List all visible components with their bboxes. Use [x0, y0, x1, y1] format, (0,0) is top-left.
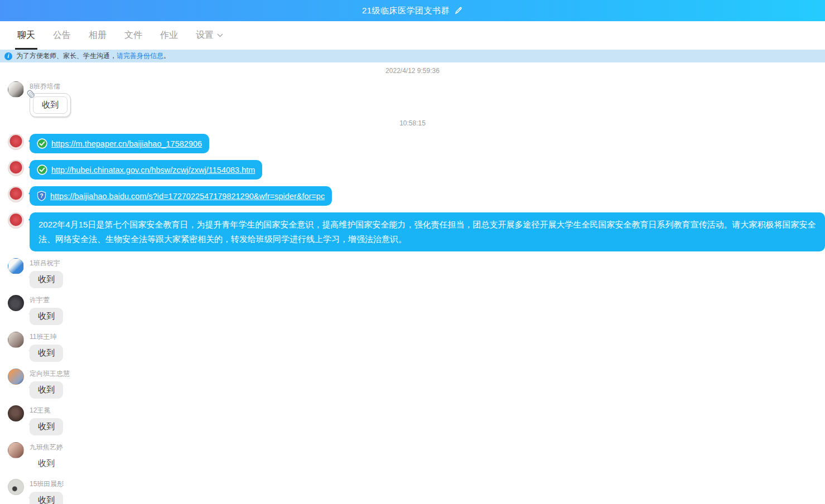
avatar[interactable] [8, 479, 24, 495]
message-bubble-link: ?https://baijiahao.baidu.com/s?id=172702… [30, 186, 332, 206]
svg-text:?: ? [40, 193, 43, 199]
complete-identity-link[interactable]: 请完善身份信息 [117, 52, 163, 60]
message-link[interactable]: http://hubei.chinatax.gov.cn/hbsw/zcwj/z… [51, 166, 255, 175]
timestamp: 10:58:15 [0, 119, 825, 127]
message-row: 11班王珅收到 [0, 332, 825, 362]
avatar[interactable] [8, 160, 24, 176]
avatar[interactable] [8, 442, 24, 458]
question-shield-icon: ? [37, 191, 46, 201]
message-row: https://m.thepaper.cn/baijiahao_17582906 [0, 134, 825, 153]
avatar[interactable] [8, 405, 24, 421]
tab-label: 作业 [160, 30, 178, 41]
message-text-plain: 收到 [30, 455, 63, 472]
chevron-down-icon [217, 33, 223, 37]
message-bubble: 收到 [30, 418, 63, 435]
identity-banner: i 为了方便老师、家长、学生沟通，请完善身份信息。 [0, 50, 825, 62]
sender-name: 12王冕 [30, 406, 825, 415]
message-list: 2022/4/12 9:59:368班乔培儒收到10:58:15https://… [0, 62, 825, 504]
tab-label: 相册 [89, 30, 107, 41]
message-row: http://hubei.chinatax.gov.cn/hbsw/zcwj/z… [0, 160, 825, 180]
message-bubble: 收到 [30, 308, 63, 325]
tab-相册[interactable]: 相册 [80, 21, 115, 50]
tab-label: 聊天 [17, 30, 35, 41]
paperclip-icon [26, 88, 37, 101]
message-bubble: 收到 [30, 381, 63, 399]
message-text: 收到 [33, 96, 67, 114]
safe-check-icon [37, 138, 47, 149]
message-link[interactable]: https://m.thepaper.cn/baijiahao_17582906 [51, 139, 202, 148]
group-header: 21级临床医学团支书群 [0, 0, 825, 21]
message-row: 许宇萱收到 [0, 295, 825, 325]
tab-bar: 聊天公告相册文件作业设置 [0, 21, 825, 50]
safe-check-icon [37, 164, 47, 175]
tab-label: 公告 [53, 30, 71, 41]
message-row: 2022年4月15日是第七个国家安全教育日，为提升青年学生的国家安全意识，提高维… [0, 212, 825, 251]
tab-设置[interactable]: 设置 [187, 21, 232, 50]
tab-作业[interactable]: 作业 [151, 21, 187, 50]
message-row: 九班焦艺婷收到 [0, 442, 825, 472]
avatar[interactable] [8, 295, 24, 311]
message-bubble: 收到 [30, 492, 63, 504]
message-row: 1班吕祝宇收到 [0, 258, 825, 288]
avatar[interactable] [8, 134, 24, 150]
sender-name: 11班王珅 [30, 332, 825, 342]
group-title: 21级临床医学团支书群 [362, 6, 450, 16]
tab-label: 设置 [196, 30, 214, 41]
sender-name: 1班吕祝宇 [30, 259, 825, 268]
sender-name: 九班焦艺婷 [30, 443, 825, 452]
sender-name: 15班田晨彤 [30, 479, 825, 489]
avatar[interactable] [8, 81, 24, 98]
tab-label: 文件 [124, 30, 142, 41]
tab-公告[interactable]: 公告 [44, 21, 80, 50]
tab-文件[interactable]: 文件 [115, 21, 151, 50]
message-row: 8班乔培儒收到 [0, 81, 825, 117]
timestamp: 2022/4/12 9:59:36 [0, 67, 825, 75]
sender-name: 许宇萱 [30, 295, 825, 305]
message-row: 定向班王忠慧收到 [0, 369, 825, 399]
info-icon: i [4, 52, 12, 60]
message-bubble: 收到 [30, 345, 63, 362]
message-row: 15班田晨彤收到 [0, 479, 825, 504]
message-bubble-link: https://m.thepaper.cn/baijiahao_17582906 [30, 134, 209, 153]
message-bubble-note: 收到 [30, 93, 71, 117]
message-row: 12王冕收到 [0, 405, 825, 435]
avatar[interactable] [8, 332, 24, 348]
message-bubble-link: http://hubei.chinatax.gov.cn/hbsw/zcwj/z… [30, 160, 262, 180]
banner-text: 为了方便老师、家长、学生沟通，请完善身份信息。 [16, 51, 170, 61]
sender-name: 8班乔培儒 [30, 82, 825, 91]
message-bubble: 收到 [30, 271, 63, 288]
tab-聊天[interactable]: 聊天 [8, 21, 44, 50]
message-bubble-long: 2022年4月15日是第七个国家安全教育日，为提升青年学生的国家安全意识，提高维… [30, 212, 825, 251]
avatar[interactable] [8, 186, 24, 202]
message-link[interactable]: https://baijiahao.baidu.com/s?id=1727022… [50, 192, 325, 201]
message-row: ?https://baijiahao.baidu.com/s?id=172702… [0, 186, 825, 206]
sender-name: 定向班王忠慧 [30, 369, 825, 379]
avatar[interactable] [8, 212, 24, 229]
edit-pencil-icon[interactable] [454, 6, 463, 15]
avatar[interactable] [8, 258, 24, 274]
avatar[interactable] [8, 369, 24, 385]
